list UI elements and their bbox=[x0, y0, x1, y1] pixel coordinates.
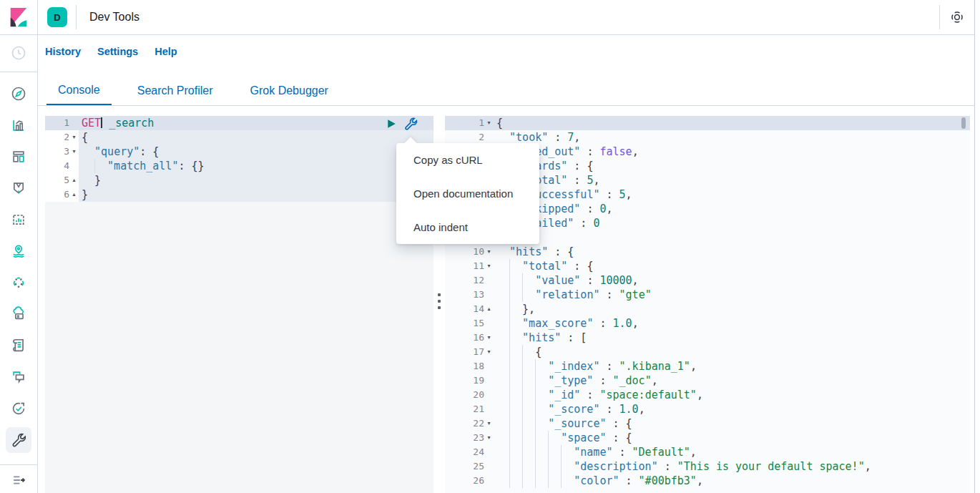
tab-console[interactable]: Console bbox=[46, 77, 112, 105]
clock-icon bbox=[11, 45, 26, 61]
history-link[interactable]: History bbox=[45, 46, 81, 57]
wrench-link-icon bbox=[403, 117, 418, 131]
code-line-23[interactable]: 23▾"space" : { bbox=[445, 431, 970, 445]
fold-toggle-icon[interactable]: ▾ bbox=[484, 259, 494, 273]
code-line-17[interactable]: 17▾{ bbox=[445, 345, 970, 359]
line-number: 23 bbox=[473, 431, 484, 445]
indent-guide bbox=[548, 474, 561, 488]
code-line-13[interactable]: 13"relation" : "gte" bbox=[445, 288, 970, 302]
line-number: 1 bbox=[479, 116, 484, 130]
clock-check-icon bbox=[11, 401, 26, 416]
code-line-21[interactable]: 21"_score" : 1.0, bbox=[445, 402, 970, 416]
active-item-highlight bbox=[6, 427, 31, 453]
sidebar-item-logs[interactable] bbox=[0, 330, 37, 361]
code-line-1[interactable]: 1GET _search bbox=[45, 116, 433, 130]
code-line-12[interactable]: 12"value" : 10000, bbox=[445, 273, 970, 288]
fold-toggle-icon[interactable]: ▴ bbox=[69, 173, 79, 187]
line-number: 15 bbox=[473, 316, 484, 331]
indent-guide bbox=[535, 402, 548, 416]
line-number: 14 bbox=[473, 302, 484, 316]
sidebar-divider bbox=[0, 72, 37, 72]
code-line-22[interactable]: 22▾"_source" : { bbox=[445, 416, 970, 431]
framed-chart-icon bbox=[11, 212, 26, 228]
help-link[interactable]: Help bbox=[155, 46, 177, 57]
code-line-4[interactable]: 4"match_all": {} bbox=[45, 159, 433, 173]
code-line-14[interactable]: 14▴}, bbox=[445, 302, 970, 316]
panel-resize-handle[interactable] bbox=[436, 289, 443, 313]
send-request-button[interactable] bbox=[385, 117, 398, 130]
code-line-19[interactable]: 19"_type" : "_doc", bbox=[445, 374, 970, 388]
sidebar-item-machine-learning[interactable] bbox=[0, 267, 37, 298]
browser-scrollbar-track[interactable] bbox=[974, 0, 980, 493]
kibana-logo-button[interactable] bbox=[0, 0, 38, 34]
line-gutter: 1▾ bbox=[445, 116, 494, 130]
code-line-26[interactable]: 26"color" : "#00bfb3", bbox=[445, 474, 970, 488]
sidebar-item-infrastructure[interactable] bbox=[0, 298, 37, 330]
space-avatar[interactable]: D bbox=[47, 7, 67, 27]
code-line-25[interactable]: 25"description" : "This is your default … bbox=[445, 459, 970, 474]
sidebar-item-uptime[interactable] bbox=[0, 393, 37, 424]
indent-guide bbox=[535, 431, 548, 445]
sidebar-item-reporting[interactable] bbox=[0, 204, 37, 235]
line-number: 20 bbox=[473, 388, 484, 402]
code-line-16[interactable]: 16▾"hits" : [ bbox=[445, 331, 970, 345]
fold-toggle-icon[interactable]: ▾ bbox=[484, 245, 494, 259]
wrench-icon bbox=[11, 432, 26, 448]
sidebar-item-recent[interactable] bbox=[11, 44, 26, 63]
line-number: 3 bbox=[64, 145, 69, 159]
menu-item-copy-as-curl[interactable]: Copy as cURL bbox=[396, 143, 539, 177]
sidebar-item-dashboard[interactable] bbox=[0, 141, 37, 172]
code-line-2[interactable]: 2"took" : 7, bbox=[445, 130, 970, 145]
code-line-6[interactable]: 6▴} bbox=[45, 187, 433, 202]
code-line-11[interactable]: 11▾"total" : { bbox=[445, 259, 970, 273]
line-gutter: 22▾ bbox=[445, 416, 494, 431]
fold-toggle-icon[interactable]: ▾ bbox=[484, 116, 494, 130]
code-line-15[interactable]: 15"max_score" : 1.0, bbox=[445, 316, 970, 331]
line-number: 18 bbox=[473, 359, 484, 374]
sidebar-item-canvas[interactable] bbox=[0, 172, 37, 204]
overlap-frames-icon bbox=[11, 369, 26, 385]
code-line-1[interactable]: 1▾{ bbox=[445, 116, 970, 130]
menu-item-open-documentation[interactable]: Open documentation bbox=[396, 177, 539, 210]
fold-toggle-icon[interactable]: ▾ bbox=[69, 130, 79, 145]
code-line-2[interactable]: 2▾{ bbox=[45, 130, 433, 145]
indent-guide bbox=[522, 459, 535, 474]
sidebar-item-discover[interactable] bbox=[0, 78, 37, 109]
fold-toggle-icon[interactable]: ▾ bbox=[69, 145, 79, 159]
fold-toggle-icon[interactable]: ▴ bbox=[484, 302, 494, 316]
tab-grok-debugger[interactable]: Grok Debugger bbox=[239, 77, 340, 105]
request-options-button[interactable] bbox=[403, 117, 418, 131]
tabs-bottom-border bbox=[38, 105, 974, 106]
indent-guide bbox=[548, 431, 561, 445]
code-line-24[interactable]: 24"name" : "Default", bbox=[445, 445, 970, 459]
menu-item-auto-indent[interactable]: Auto indent bbox=[396, 210, 539, 244]
dots-cluster-icon bbox=[11, 275, 26, 291]
code-line-5[interactable]: 5▴} bbox=[45, 173, 433, 187]
fold-toggle-icon[interactable]: ▴ bbox=[69, 187, 79, 202]
settings-link[interactable]: Settings bbox=[97, 46, 138, 57]
line-gutter: 12 bbox=[445, 273, 494, 288]
indent-guide bbox=[94, 159, 107, 173]
code-line-3[interactable]: 3▾"query": { bbox=[45, 145, 433, 159]
fold-toggle-icon[interactable]: ▾ bbox=[484, 416, 494, 431]
code-line-18[interactable]: 18"_index" : ".kibana_1", bbox=[445, 359, 970, 374]
response-scrollbar-thumb[interactable] bbox=[961, 117, 966, 129]
fold-toggle-icon[interactable]: ▾ bbox=[484, 431, 494, 445]
sidebar-item-apm[interactable] bbox=[0, 361, 37, 393]
code-line-10[interactable]: 10▾"hits" : { bbox=[445, 245, 970, 259]
fold-toggle-icon[interactable]: ▾ bbox=[484, 345, 494, 359]
indent-guide bbox=[535, 416, 548, 431]
help-button[interactable] bbox=[940, 0, 974, 34]
indent-guide bbox=[509, 474, 522, 488]
tab-search-profiler[interactable]: Search Profiler bbox=[126, 77, 225, 105]
sidebar-item-visualize[interactable] bbox=[0, 109, 37, 141]
sidebar-item-maps[interactable] bbox=[0, 235, 37, 267]
sidebar-collapse-button[interactable] bbox=[0, 467, 37, 493]
request-editor[interactable]: 1GET _search2▾{3▾"query": {4"match_all":… bbox=[45, 116, 433, 493]
fold-toggle-icon[interactable]: ▾ bbox=[484, 331, 494, 345]
code-text: }, bbox=[494, 302, 535, 316]
code-line-20[interactable]: 20"_id" : "space:default", bbox=[445, 388, 970, 402]
indent-guide bbox=[509, 445, 522, 459]
line-number: 25 bbox=[473, 459, 484, 474]
sidebar-item-dev-tools[interactable] bbox=[0, 424, 37, 456]
